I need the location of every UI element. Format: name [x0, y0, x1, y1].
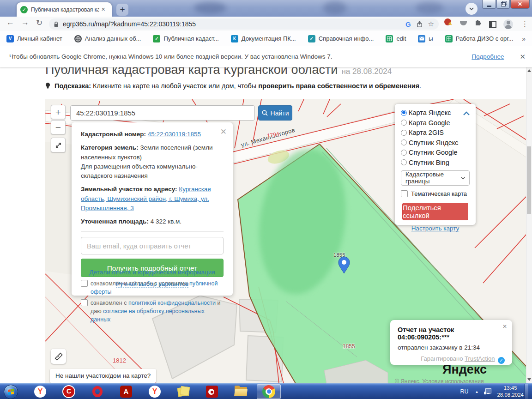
profile-avatar[interactable]	[503, 19, 513, 29]
browser-tab[interactable]: ✓ Публичная кадастровая карта К ✕	[17, 2, 112, 17]
google-search-icon[interactable]: G	[405, 20, 411, 28]
reload-button-icon[interactable]: ↻	[36, 18, 42, 28]
layer-option-google-satellite[interactable]: Спутник Google	[401, 149, 470, 156]
window-minimize-button[interactable]	[482, 0, 496, 9]
yandex-browser-icon-2[interactable]: Y	[147, 385, 163, 398]
extension-seal-icon[interactable]	[444, 18, 451, 25]
bookmark-personal-cabinet[interactable]: V Личный кабинет	[6, 35, 62, 42]
forward-button-icon[interactable]: →	[21, 18, 29, 27]
privacy-agreement-checkbox-row[interactable]: ознакомлен с политикой конфиденциальност…	[81, 299, 224, 324]
tab-close-icon[interactable]: ✕	[101, 6, 105, 12]
bookmark-dizo-work[interactable]: Работа ДИЗО с орг...	[445, 35, 514, 42]
bookmark-mail[interactable]: ы	[418, 35, 433, 42]
network-icon[interactable]	[484, 388, 491, 395]
table-grid-icon	[445, 35, 453, 42]
layer-option-bing-satellite[interactable]: Спутник Bing	[401, 159, 470, 166]
radio-selected[interactable]	[401, 110, 407, 116]
find-button[interactable]: Найти	[258, 105, 292, 121]
bookmark-star-icon[interactable]: ☆	[428, 20, 434, 28]
scrollbar-thumb[interactable]	[527, 146, 531, 214]
yandex-browser-icon[interactable]: Y	[32, 385, 48, 398]
not-found-prompt[interactable]: Не нашли участок/дом на карте?	[50, 369, 156, 383]
back-button-icon[interactable]: ←	[6, 18, 14, 27]
personal-data-consent-link[interactable]: согласие на обработку персональных данны…	[91, 308, 205, 323]
scroll-down-arrow-icon[interactable]	[527, 378, 531, 381]
checkbox[interactable]	[81, 299, 88, 306]
tab-search-chevron-icon[interactable]	[466, 3, 478, 15]
manual-selection-link[interactable]: Ручной выбор вариантов	[116, 280, 189, 288]
checkbox[interactable]	[401, 190, 408, 197]
layer-option-2gis-map[interactable]: Карта 2GIS	[401, 129, 470, 136]
desktop-blur-smudge	[323, 1, 346, 15]
boundaries-select[interactable]: Кадастровые границы	[401, 170, 470, 186]
file-explorer-icon[interactable]	[233, 385, 248, 398]
map-viewport[interactable]: ул. Механизаторов 1794 1855 1855 1812 + …	[45, 99, 526, 383]
measure-ruler-button[interactable]	[51, 349, 66, 364]
thematic-map-checkbox-row[interactable]: Тематическая карта	[401, 190, 470, 197]
tray-expand-arrow-icon[interactable]: ▲	[475, 390, 479, 394]
language-indicator[interactable]: RU	[460, 388, 468, 395]
zoom-in-button[interactable]: +	[51, 105, 66, 119]
toast-close-icon[interactable]: ✕	[502, 323, 507, 330]
start-button[interactable]	[3, 385, 18, 398]
reading-list-icon[interactable]	[489, 21, 496, 28]
extension-gray-icon[interactable]	[460, 21, 467, 25]
trustaction-link[interactable]: TrustAction	[465, 355, 495, 362]
radio[interactable]	[401, 150, 407, 156]
layer-option-yandex-satellite[interactable]: Спутник Яндекс	[401, 139, 470, 146]
parcel-number-1812: 1812	[113, 357, 126, 364]
ruler-icon	[54, 352, 63, 361]
configure-map-link[interactable]: Настроить карту	[401, 225, 470, 232]
browser-menu-icon[interactable]: ⋮	[521, 20, 528, 28]
parcel-info-popup: ✕ Кадастровый номер: 45:22:030119:1855 К…	[72, 122, 233, 296]
sticky-notes-icon[interactable]	[175, 385, 191, 398]
acrobat-reader-icon[interactable]: A	[118, 385, 134, 398]
new-tab-button[interactable]: +	[116, 4, 128, 16]
radio[interactable]	[401, 139, 407, 145]
scroll-up-arrow-icon[interactable]	[527, 69, 531, 72]
map-pin-marker[interactable]	[338, 256, 350, 274]
show-desktop-button[interactable]	[525, 384, 528, 399]
expand-arrows-icon	[55, 142, 62, 149]
notification-close-icon[interactable]: ✕	[520, 53, 526, 61]
desktop-blur-smudge	[416, 2, 443, 14]
bookmark-edit[interactable]: edit	[386, 35, 406, 42]
zoom-out-button[interactable]: −	[51, 120, 66, 134]
report-details-link[interactable]: Детали отчета и юридическая информация	[89, 269, 215, 276]
share-icon[interactable]	[416, 21, 423, 28]
popup-close-icon[interactable]: ✕	[220, 126, 227, 138]
yandex-copyright-link[interactable]: © Яндекс, Условия использования	[395, 378, 484, 383]
bookmark-public-cadastral[interactable]: ✓ Публичная кадаст...	[153, 35, 218, 42]
radio[interactable]	[401, 130, 407, 136]
fullscreen-expand-button[interactable]	[51, 138, 66, 152]
bookmarks-overflow-icon[interactable]: »	[522, 35, 526, 42]
taskbar-clock[interactable]: 13:45 28.08.2024	[497, 385, 524, 399]
layer-option-yandex-map[interactable]: Карта Яндекс	[401, 109, 470, 116]
window-close-button[interactable]: ✕	[510, 0, 530, 9]
cadastral-search-input[interactable]	[70, 105, 255, 121]
collapse-chevron-up-icon[interactable]	[463, 111, 470, 116]
layer-option-google-map[interactable]: Карта Google	[401, 119, 470, 127]
address-bar[interactable]: egrp365.ru/map/?kadnum=45:22:030119:1855…	[49, 18, 439, 30]
page-scrollbar[interactable]	[526, 67, 532, 383]
window-restore-button[interactable]	[496, 0, 510, 9]
bookmark-documentation[interactable]: К Документация ПК...	[231, 35, 296, 42]
radio[interactable]	[401, 120, 407, 126]
radio[interactable]	[401, 159, 407, 165]
crypto-app-icon[interactable]: C	[61, 385, 77, 398]
extensions-puzzle-icon[interactable]	[474, 18, 482, 26]
hint-line: Подсказка: Кликните на карте на любой уч…	[45, 82, 421, 90]
parcel-area-value: 4 322 кв.м.	[151, 218, 181, 225]
opera-icon[interactable]	[90, 385, 105, 398]
chrome-taskbar-button-active[interactable]	[257, 384, 281, 399]
privacy-policy-link[interactable]: политикой конфиденциальности	[128, 300, 216, 306]
toast-subtitle: отправлен заказчику в 21:34	[398, 344, 505, 351]
bookmark-data-analysis[interactable]: Анализ данных об...	[74, 35, 141, 42]
notification-details-link[interactable]: Подробнее	[472, 53, 504, 60]
email-input[interactable]	[81, 237, 224, 254]
bookmark-reference-info[interactable]: ✓ Справочная инфо...	[308, 35, 374, 42]
page-title: Публичная кадастровая карта Курганской о…	[45, 67, 392, 77]
red-eye-app-icon[interactable]	[204, 385, 220, 398]
cadastral-number-link[interactable]: 45:22:030119:1855	[148, 131, 201, 138]
share-link-button[interactable]: Поделиться ссылкой	[402, 203, 468, 220]
